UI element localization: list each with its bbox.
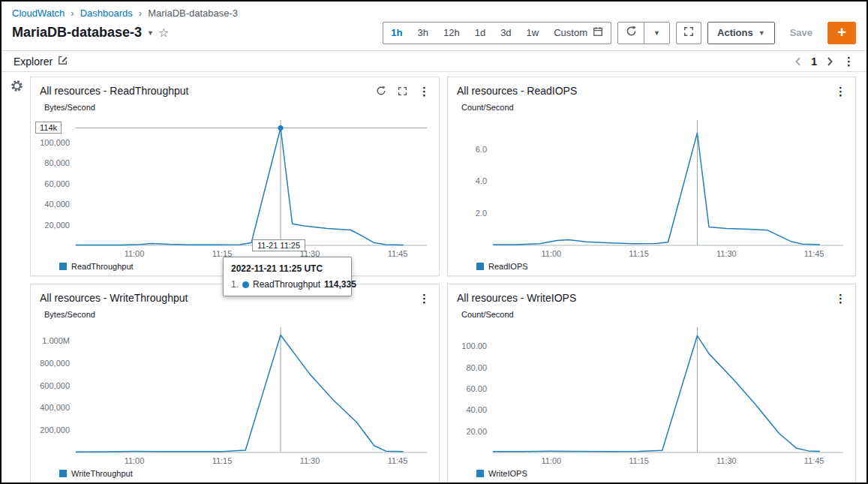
svg-text:2.0: 2.0 — [476, 209, 487, 218]
tooltip-row: 1. ReadThroughput 114,335 — [231, 279, 344, 290]
breadcrumb-dashboards[interactable]: Dashboards — [80, 8, 133, 19]
breadcrumb-separator-icon: › — [71, 8, 74, 19]
explorer-tab-row: Explorer 1 ⋮ — [2, 51, 866, 72]
dashboard-header: MariaDB-database-3 ▼ ☆ 1h 3h 12h 1d 3d 1… — [2, 21, 866, 51]
time-range-1w[interactable]: 1w — [519, 23, 547, 44]
chart-canvas[interactable]: 200,000400,000600,000800,0001.000M11:001… — [31, 321, 439, 467]
svg-text:11:15: 11:15 — [212, 456, 233, 465]
tab-row-kebab-menu[interactable]: ⋮ — [843, 56, 854, 67]
chart-legend[interactable]: WriteThroughput — [31, 467, 439, 478]
left-rail — [2, 77, 30, 483]
page-next-button[interactable] — [827, 56, 833, 67]
legend-label: WriteIOPS — [488, 469, 527, 478]
breadcrumb: CloudWatch › Dashboards › MariaDB-databa… — [2, 2, 866, 21]
svg-text:11:45: 11:45 — [388, 456, 408, 465]
svg-text:11:45: 11:45 — [804, 456, 824, 465]
svg-text:1.000M: 1.000M — [42, 336, 70, 345]
chart-legend[interactable]: WriteIOPS — [448, 467, 855, 478]
save-button[interactable]: Save — [781, 22, 821, 44]
svg-text:100,000: 100,000 — [40, 138, 70, 147]
time-range-3d[interactable]: 3d — [493, 23, 518, 44]
page-number: 1 — [811, 56, 817, 68]
dashboard-body: All resources - ReadThroughput ⋮ Bytes/S… — [2, 72, 866, 483]
chart-card-writethroughput: All resources - WriteThroughput ⋮ Bytes/… — [30, 284, 440, 483]
chart-tooltip: 2022-11-21 11:25 UTC 1. ReadThroughput 1… — [223, 257, 352, 296]
time-range-custom[interactable]: Custom — [546, 23, 611, 44]
chevron-down-icon: ▼ — [653, 29, 660, 37]
pagination: 1 ⋮ — [794, 56, 854, 68]
svg-text:100.00: 100.00 — [461, 341, 487, 350]
svg-text:6.0: 6.0 — [476, 145, 487, 154]
legend-swatch — [59, 263, 67, 270]
dashboard-menu-caret-icon[interactable]: ▼ — [147, 29, 154, 37]
chart-expand-button[interactable] — [398, 86, 407, 96]
chart-refresh-button[interactable] — [376, 86, 386, 96]
svg-text:40.00: 40.00 — [466, 405, 487, 414]
page-prev-button[interactable] — [794, 56, 801, 67]
chevron-down-icon: ▼ — [758, 29, 765, 37]
chart-canvas[interactable]: 20.0040.0060.0080.00100.0011:0011:1511:3… — [448, 321, 855, 467]
refresh-options-button[interactable]: ▼ — [644, 23, 669, 44]
refresh-button[interactable] — [618, 23, 644, 44]
breadcrumb-current: MariaDB-database-3 — [148, 8, 238, 19]
cloudwatch-dashboard-page: CloudWatch › Dashboards › MariaDB-databa… — [0, 0, 868, 484]
svg-text:11:30: 11:30 — [716, 249, 737, 258]
crosshair-time-tag: 11-21 11:25 — [252, 239, 305, 251]
refresh-split-button: ▼ — [617, 22, 670, 44]
y-axis-unit: Bytes/Second — [31, 98, 439, 114]
calendar-icon — [593, 26, 603, 39]
time-range-12h[interactable]: 12h — [436, 23, 467, 44]
chart-kebab-menu[interactable]: ⋮ — [835, 86, 846, 97]
chart-legend[interactable]: ReadIOPS — [448, 260, 855, 271]
breadcrumb-cloudwatch[interactable]: CloudWatch — [12, 8, 65, 19]
tooltip-title: 2022-11-21 11:25 UTC — [231, 263, 344, 274]
svg-text:11:00: 11:00 — [541, 249, 561, 258]
tab-explorer-label: Explorer — [14, 56, 53, 68]
gear-icon[interactable] — [11, 80, 23, 95]
svg-text:800,000: 800,000 — [40, 359, 70, 368]
chart-card-writeiops: All resources - WriteIOPS ⋮ Count/Second… — [447, 284, 856, 483]
custom-label: Custom — [554, 27, 587, 38]
time-range-1h[interactable]: 1h — [383, 23, 410, 44]
svg-text:60.00: 60.00 — [466, 384, 487, 393]
svg-text:11:15: 11:15 — [629, 456, 649, 465]
breadcrumb-separator-icon: › — [139, 8, 142, 19]
legend-label: WriteThroughput — [71, 469, 133, 478]
svg-text:20.00: 20.00 — [466, 427, 487, 436]
chart-title: All resources - WriteIOPS — [457, 292, 576, 304]
time-range-3h[interactable]: 3h — [410, 23, 436, 44]
svg-text:80.00: 80.00 — [466, 363, 487, 372]
svg-text:11:30: 11:30 — [716, 456, 737, 465]
fullscreen-button[interactable] — [676, 22, 701, 44]
widget-grid: All resources - ReadThroughput ⋮ Bytes/S… — [30, 77, 856, 483]
chart-card-readthroughput: All resources - ReadThroughput ⋮ Bytes/S… — [30, 77, 440, 276]
chart-kebab-menu[interactable]: ⋮ — [835, 293, 846, 304]
legend-swatch — [476, 470, 484, 477]
add-widget-button[interactable]: + — [827, 22, 856, 44]
time-range-group: 1h 3h 12h 1d 3d 1w Custom — [383, 22, 611, 44]
svg-text:4.0: 4.0 — [476, 176, 487, 185]
legend-swatch — [59, 470, 67, 477]
actions-button[interactable]: Actions ▼ — [707, 22, 775, 44]
svg-text:11:30: 11:30 — [300, 456, 320, 465]
svg-text:600,000: 600,000 — [40, 381, 70, 390]
edit-icon[interactable] — [58, 55, 68, 68]
tab-explorer[interactable]: Explorer — [14, 55, 68, 68]
svg-text:11:45: 11:45 — [388, 249, 408, 258]
legend-swatch — [476, 263, 484, 270]
chart-title: All resources - WriteThroughput — [40, 292, 188, 304]
time-range-1d[interactable]: 1d — [467, 23, 493, 44]
y-axis-unit: Count/Second — [448, 305, 855, 321]
svg-text:11:00: 11:00 — [541, 456, 561, 465]
crosshair-value-tag: 114k — [35, 122, 62, 134]
chart-canvas[interactable]: 20,00040,00060,00080,000100,00011:0011:1… — [31, 114, 439, 260]
favorite-star-icon[interactable]: ☆ — [158, 27, 169, 39]
dashboard-toolbar: 1h 3h 12h 1d 3d 1w Custom — [383, 22, 856, 44]
svg-text:40,000: 40,000 — [44, 200, 70, 209]
chart-title: All resources - ReadThroughput — [40, 85, 188, 97]
chart-card-readiops: All resources - ReadIOPS ⋮ Count/Second … — [447, 77, 856, 276]
chart-kebab-menu[interactable]: ⋮ — [419, 293, 430, 304]
chart-kebab-menu[interactable]: ⋮ — [419, 86, 430, 97]
chart-canvas[interactable]: 2.04.06.011:0011:1511:3011:45 — [448, 114, 855, 260]
svg-text:11:45: 11:45 — [804, 249, 824, 258]
